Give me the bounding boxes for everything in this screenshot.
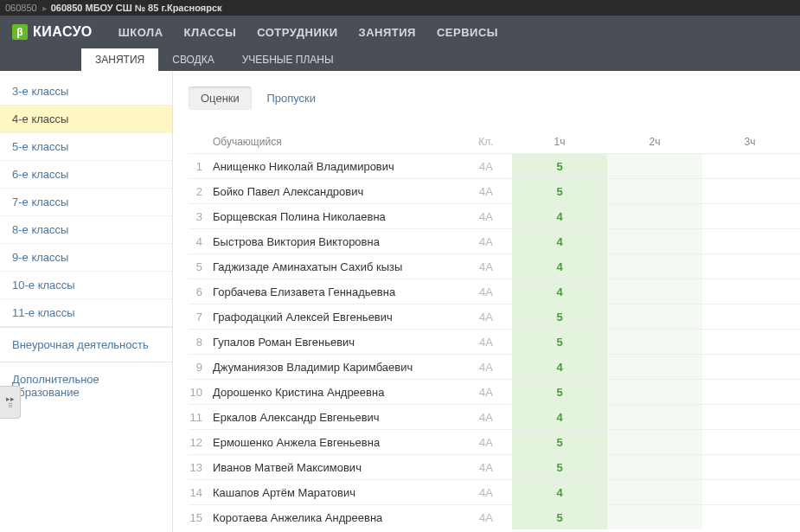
row-number: 7 bbox=[189, 311, 209, 324]
sidebar-class-item[interactable]: 4-е классы bbox=[0, 106, 172, 133]
grade-cell-q1[interactable]: 5 bbox=[512, 380, 607, 404]
grade-cell-q2[interactable] bbox=[607, 430, 702, 454]
table-row[interactable]: 10Дорошенко Кристина Андреевна4А5 bbox=[189, 379, 800, 404]
grade-cell-q2[interactable] bbox=[607, 330, 702, 354]
grade-cell-q1[interactable]: 4 bbox=[512, 254, 607, 279]
org-code: 060850 bbox=[5, 3, 37, 13]
grade-cell-q3[interactable] bbox=[702, 304, 797, 329]
sidebar-class-item[interactable]: 3-е классы bbox=[0, 78, 172, 106]
sidebar-class-item[interactable]: 5-е классы bbox=[0, 133, 172, 161]
nav-lessons[interactable]: ЗАНЯТИЯ bbox=[359, 26, 416, 39]
grade-cell-q2[interactable] bbox=[607, 355, 702, 379]
tab-absences[interactable]: Пропуски bbox=[254, 87, 328, 110]
grade-cell-q1[interactable]: 5 bbox=[512, 430, 607, 454]
grade-cell-q3[interactable] bbox=[702, 380, 797, 404]
grade-cell-q2[interactable] bbox=[607, 455, 702, 479]
grade-cell-q3[interactable] bbox=[702, 430, 797, 454]
table-row[interactable]: 14Кашапов Артём Маратович4А4 bbox=[189, 479, 800, 504]
subnav-lessons[interactable]: ЗАНЯТИЯ bbox=[81, 48, 158, 71]
header-q2: 2ч bbox=[607, 136, 702, 148]
grade-cell-q1[interactable]: 5 bbox=[512, 304, 607, 329]
sidebar-toggle[interactable]: ▸▸ ⠿ bbox=[0, 386, 21, 419]
nav-services[interactable]: СЕРВИСЫ bbox=[437, 26, 498, 39]
table-row[interactable]: 12Ермошенко Анжела Евгеньевна4А5 bbox=[189, 429, 800, 454]
table-row[interactable]: 7Графодацкий Алексей Евгеньевич4А5 bbox=[189, 304, 800, 329]
row-number: 1 bbox=[189, 160, 209, 173]
subnav-plans[interactable]: УЧЕБНЫЕ ПЛАНЫ bbox=[228, 48, 348, 71]
grade-cell-q1[interactable]: 5 bbox=[512, 179, 607, 203]
topbar: 060850 ▸ 060850 МБОУ СШ № 85 г.Красноярс… bbox=[0, 0, 800, 16]
grade-cell-q2[interactable] bbox=[607, 279, 702, 304]
student-name: Джуманиязов Владимир Каримбаевич bbox=[209, 361, 460, 374]
row-number: 15 bbox=[189, 511, 209, 524]
grade-cell-q3[interactable] bbox=[702, 405, 797, 429]
grade-cell-q1[interactable]: 4 bbox=[512, 480, 607, 504]
grade-cell-q1[interactable]: 4 bbox=[512, 229, 607, 253]
grade-cell-q3[interactable] bbox=[702, 254, 797, 279]
row-number: 5 bbox=[189, 260, 209, 273]
grade-cell-q2[interactable] bbox=[607, 480, 702, 504]
sidebar-class-item[interactable]: 7-е классы bbox=[0, 189, 172, 216]
student-name: Анищенко Николай Владимирович bbox=[209, 160, 460, 173]
grade-cell-q3[interactable] bbox=[702, 330, 797, 354]
subnav-summary[interactable]: СВОДКА bbox=[158, 48, 227, 71]
main-nav: β КИАСУО ШКОЛА КЛАССЫ СОТРУДНИКИ ЗАНЯТИЯ… bbox=[0, 16, 800, 48]
grade-cell-q1[interactable]: 5 bbox=[512, 154, 607, 178]
student-name: Коротаева Анжелика Андреевна bbox=[209, 511, 460, 524]
student-name: Горбачева Елизавета Геннадьевна bbox=[209, 285, 460, 298]
nav-staff[interactable]: СОТРУДНИКИ bbox=[257, 26, 337, 39]
table-row[interactable]: 5Гаджизаде Аминахатын Сахиб кызы4А4 bbox=[189, 253, 800, 279]
sidebar-additional-edu[interactable]: Дополнительное образование bbox=[0, 362, 172, 409]
grade-cell-q1[interactable]: 4 bbox=[512, 355, 607, 379]
table-row[interactable]: 13Иванов Матвей Максимович4А5 bbox=[189, 454, 800, 479]
nav-school[interactable]: ШКОЛА bbox=[118, 26, 163, 39]
grade-cell-q2[interactable] bbox=[607, 229, 702, 253]
table-row[interactable]: 4Быстрова Виктория Викторовна4А4 bbox=[189, 228, 800, 253]
sidebar-class-item[interactable]: 9-е классы bbox=[0, 244, 172, 272]
grade-cell-q3[interactable] bbox=[702, 279, 797, 304]
grade-cell-q2[interactable] bbox=[607, 380, 702, 404]
grade-cell-q1[interactable]: 5 bbox=[512, 330, 607, 354]
grade-cell-q3[interactable] bbox=[702, 455, 797, 479]
table-row[interactable]: 15Коротаева Анжелика Андреевна4А5 bbox=[189, 504, 800, 529]
grade-cell-q3[interactable] bbox=[702, 229, 797, 253]
grade-cell-q3[interactable] bbox=[702, 505, 797, 529]
table-row[interactable]: 8Гупалов Роман Евгеньевич4А5 bbox=[189, 329, 800, 354]
sidebar-class-item[interactable]: 8-е классы bbox=[0, 216, 172, 244]
grade-cell-q3[interactable] bbox=[702, 204, 797, 228]
grade-cell-q2[interactable] bbox=[607, 405, 702, 429]
grade-cell-q3[interactable] bbox=[702, 355, 797, 379]
grade-cell-q1[interactable]: 5 bbox=[512, 455, 607, 479]
grade-cell-q3[interactable] bbox=[702, 480, 797, 504]
row-number: 8 bbox=[189, 336, 209, 349]
grade-cell-q3[interactable] bbox=[702, 179, 797, 203]
grade-cell-q2[interactable] bbox=[607, 154, 702, 178]
grade-cell-q2[interactable] bbox=[607, 505, 702, 529]
table-row[interactable]: 11Еркалов Александр Евгеньевич4А4 bbox=[189, 404, 800, 429]
sidebar-class-item[interactable]: 10-е классы bbox=[0, 272, 172, 299]
grade-cell-q2[interactable] bbox=[607, 304, 702, 329]
grade-cell-q1[interactable]: 5 bbox=[512, 505, 607, 529]
grade-cell-q1[interactable]: 4 bbox=[512, 405, 607, 429]
table-row[interactable]: 6Горбачева Елизавета Геннадьевна4А4 bbox=[189, 279, 800, 304]
grade-cell-q2[interactable] bbox=[607, 179, 702, 203]
sidebar-extracurricular[interactable]: Внеурочная деятельность bbox=[0, 327, 172, 362]
grade-cell-q2[interactable] bbox=[607, 254, 702, 279]
table-row[interactable]: 2Бойко Павел Александрович4А5 bbox=[189, 178, 800, 203]
grade-cell-q2[interactable] bbox=[607, 204, 702, 228]
sidebar: 3-е классы4-е классы5-е классы6-е классы… bbox=[0, 71, 173, 532]
student-name: Дорошенко Кристина Андреевна bbox=[209, 386, 460, 399]
table-row[interactable]: 1Анищенко Николай Владимирович4А5 bbox=[189, 153, 800, 178]
nav-classes[interactable]: КЛАССЫ bbox=[184, 26, 237, 39]
row-number: 12 bbox=[189, 436, 209, 449]
table-row[interactable]: 9Джуманиязов Владимир Каримбаевич4А4 bbox=[189, 354, 800, 379]
tab-grades[interactable]: Оценки bbox=[189, 87, 252, 110]
sidebar-class-item[interactable]: 6-е классы bbox=[0, 161, 172, 189]
table-header: Обучающийся Кл. 1ч 2ч 3ч bbox=[189, 131, 800, 153]
grade-cell-q1[interactable]: 4 bbox=[512, 204, 607, 228]
sidebar-class-item[interactable]: 11-е классы bbox=[0, 299, 172, 327]
grade-cell-q1[interactable]: 4 bbox=[512, 279, 607, 304]
table-row[interactable]: 3Борщевская Полина Николаевна4А4 bbox=[189, 203, 800, 228]
breadcrumb-arrow: ▸ bbox=[42, 3, 48, 14]
grade-cell-q3[interactable] bbox=[702, 154, 797, 178]
